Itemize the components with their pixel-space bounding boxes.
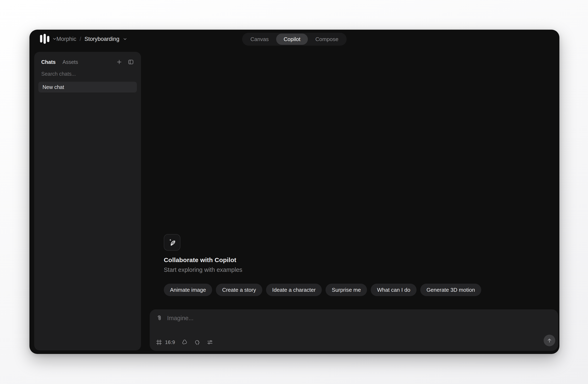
settings-sliders-icon[interactable] <box>207 339 213 345</box>
workspace-menu[interactable] <box>40 33 57 44</box>
sidebar-tab-assets[interactable]: Assets <box>63 59 78 65</box>
hero-title: Collaborate with Copilot <box>164 256 481 263</box>
morphic-logo-icon <box>40 34 49 44</box>
chevron-down-icon <box>52 37 57 41</box>
collapse-panel-icon[interactable] <box>128 59 134 65</box>
tab-copilot[interactable]: Copilot <box>276 34 308 45</box>
new-chat-plus-icon[interactable] <box>116 59 122 65</box>
prompt-input[interactable] <box>167 315 533 321</box>
example-generate-3d-motion[interactable]: Generate 3D motion <box>420 284 481 296</box>
app-window: Morphic / Storyboarding Canvas Copilot C… <box>29 30 559 354</box>
example-ideate-character[interactable]: Ideate a character <box>266 284 322 296</box>
breadcrumb-project[interactable]: Storyboarding <box>84 36 119 42</box>
breadcrumb-separator: / <box>80 36 81 42</box>
example-create-story[interactable]: Create a story <box>216 284 262 296</box>
example-animate-image[interactable]: Animate image <box>164 284 212 296</box>
topbar: Morphic / Storyboarding Canvas Copilot C… <box>29 30 559 48</box>
prompt-composer: 16:9 <box>150 309 558 351</box>
chevron-down-icon[interactable] <box>123 37 127 41</box>
send-button[interactable] <box>544 335 555 346</box>
sidebar-tab-chats[interactable]: Chats <box>41 59 56 65</box>
chat-list-item[interactable]: New chat <box>38 82 137 92</box>
arrow-up-icon <box>546 337 552 343</box>
aspect-ratio-control[interactable]: 16:9 <box>156 339 175 345</box>
character-head-icon[interactable] <box>194 339 201 345</box>
search-chats-input[interactable] <box>41 71 134 77</box>
tab-compose[interactable]: Compose <box>308 34 346 45</box>
copilot-feather-icon <box>164 234 180 251</box>
model-swirl-icon[interactable] <box>181 339 188 345</box>
breadcrumb: Morphic / Storyboarding <box>56 30 127 48</box>
breadcrumb-workspace[interactable]: Morphic <box>56 36 76 42</box>
tab-canvas[interactable]: Canvas <box>243 34 276 45</box>
example-what-can-i-do[interactable]: What can I do <box>371 284 416 296</box>
example-prompts: Animate image Create a story Ideate a ch… <box>164 284 481 296</box>
copilot-empty-state: Collaborate with Copilot Start exploring… <box>164 234 481 296</box>
view-switcher: Canvas Copilot Compose <box>242 33 347 46</box>
chat-title: New chat <box>42 84 64 90</box>
aspect-ratio-value: 16:9 <box>165 340 175 345</box>
sidebar-header: Chats Assets <box>38 56 137 68</box>
hero-subtitle: Start exploring with examples <box>164 266 481 273</box>
frame-icon <box>156 339 162 345</box>
composer-toolbar: 16:9 <box>156 339 213 345</box>
example-surprise-me[interactable]: Surprise me <box>326 284 367 296</box>
search-row <box>38 68 137 80</box>
sidebar: Chats Assets New chat <box>34 52 141 350</box>
attach-file-icon[interactable] <box>156 315 163 321</box>
